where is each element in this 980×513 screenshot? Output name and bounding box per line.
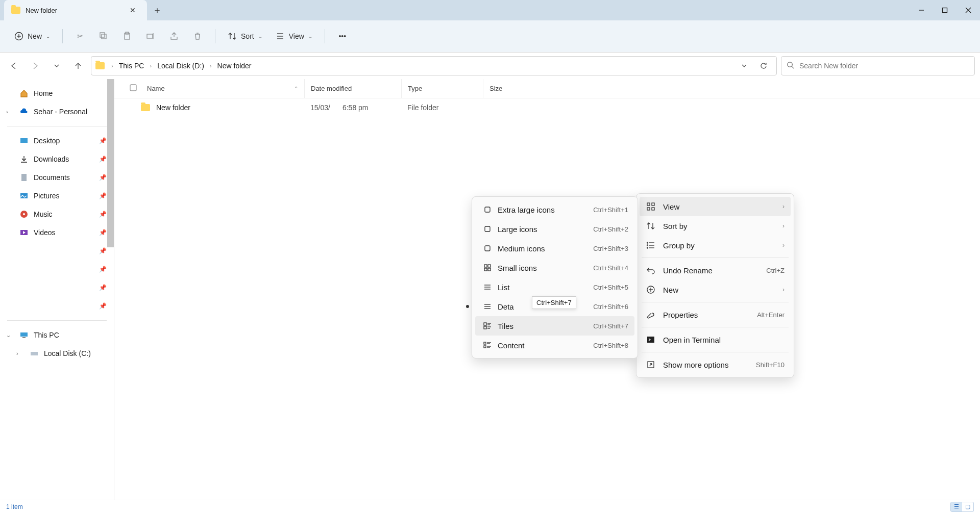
share-button[interactable] <box>164 27 184 45</box>
delete-button[interactable] <box>187 27 208 45</box>
sidebar-item-pinned[interactable]: 📌 <box>0 242 114 260</box>
sidebar-item-onedrive[interactable]: › Sehar - Personal <box>0 102 114 121</box>
column-size[interactable]: Size <box>483 79 534 98</box>
sidebar-label: Sehar - Personal <box>34 108 87 116</box>
address-bar[interactable]: › This PC › Local Disk (D:) › New folder <box>91 56 777 75</box>
recent-button[interactable] <box>48 57 65 74</box>
svg-rect-24 <box>20 332 28 337</box>
sidebar-item-downloads[interactable]: Downloads 📌 <box>0 150 114 168</box>
sidebar-label: Pictures <box>34 192 60 200</box>
rename-button[interactable] <box>140 27 161 45</box>
menu-item-terminal[interactable]: Open in Terminal <box>640 330 791 349</box>
menu-item-undo[interactable]: Undo Rename Ctrl+Z <box>640 261 791 280</box>
view-option-list[interactable]: List Ctrl+Shift+5 <box>475 277 634 297</box>
file-row[interactable]: New folder 15/03/6:58 pm File folder <box>114 98 980 117</box>
column-date[interactable]: Date modified <box>304 79 401 98</box>
clipboard-icon <box>122 32 132 41</box>
search-input[interactable] <box>799 62 969 70</box>
breadcrumb-item[interactable]: This PC <box>117 60 146 72</box>
menu-item-new[interactable]: New › <box>640 280 791 299</box>
sidebar-item-music[interactable]: Music 📌 <box>0 205 114 223</box>
svg-rect-45 <box>485 246 490 251</box>
menu-item-view[interactable]: View › <box>640 197 791 216</box>
shortcut: Shift+F10 <box>756 361 785 369</box>
content-pane[interactable]: Name⌃ Date modified Type Size New folder… <box>114 79 980 500</box>
sidebar-item-localdisk-c[interactable]: › Local Disk (C:) <box>0 344 114 363</box>
column-name[interactable]: Name⌃ <box>141 79 304 98</box>
svg-rect-27 <box>130 85 136 91</box>
grid4-icon <box>482 263 493 273</box>
view-option-sm[interactable]: Small icons Ctrl+Shift+4 <box>475 258 634 277</box>
menu-item-more[interactable]: Show more options Shift+F10 <box>640 355 791 374</box>
window-tab[interactable]: New folder ✕ <box>4 0 147 20</box>
maximize-button[interactable] <box>933 0 957 20</box>
paste-button[interactable] <box>117 27 137 45</box>
sidebar-item-documents[interactable]: Documents 📌 <box>0 168 114 187</box>
refresh-button[interactable] <box>755 57 772 74</box>
menu-item-sortby[interactable]: Sort by › <box>640 216 791 236</box>
view-option-lg[interactable]: Large icons Ctrl+Shift+2 <box>475 219 634 239</box>
new-button[interactable]: New ⌄ <box>9 27 55 45</box>
svg-rect-11 <box>147 34 153 38</box>
sidebar-item-thispc[interactable]: ⌄ This PC <box>0 326 114 344</box>
svg-rect-19 <box>21 174 27 181</box>
cut-button[interactable]: ✂ <box>70 27 90 45</box>
view-option-content[interactable]: Content Ctrl+Shift+8 <box>475 336 634 355</box>
view-button[interactable]: View ⌄ <box>271 27 317 45</box>
more-button[interactable]: ••• <box>332 27 353 45</box>
sort-button[interactable]: Sort ⌄ <box>223 27 267 45</box>
chevron-right-icon: › <box>208 63 213 69</box>
sort-label: Sort <box>241 32 254 40</box>
breadcrumb-item[interactable]: New folder <box>215 60 254 72</box>
column-type[interactable]: Type <box>401 79 483 98</box>
menu-label: List <box>498 283 586 292</box>
view-toggle: ☰ ▢ <box>950 502 974 512</box>
sidebar-item-videos[interactable]: Videos 📌 <box>0 223 114 242</box>
share-icon <box>169 32 179 41</box>
home-icon <box>19 89 29 98</box>
shortcut: Ctrl+Shift+4 <box>593 264 628 272</box>
pictures-icon <box>19 191 29 200</box>
drive-icon <box>30 349 39 358</box>
view-option-tiles[interactable]: Tiles Ctrl+Shift+7 <box>475 316 634 336</box>
shortcut: Ctrl+Shift+6 <box>593 303 628 311</box>
new-tab-button[interactable]: ＋ <box>147 0 167 20</box>
up-button[interactable] <box>69 57 87 74</box>
select-all-checkbox[interactable] <box>126 84 141 93</box>
minimize-button[interactable] <box>910 0 933 20</box>
sidebar-item-desktop[interactable]: Desktop 📌 <box>0 132 114 150</box>
close-window-button[interactable] <box>957 0 980 20</box>
sidebar-item-pinned[interactable]: 📌 <box>0 260 114 278</box>
titlebar: New folder ✕ ＋ <box>0 0 980 20</box>
grid-icon <box>646 201 656 212</box>
chevron-right-icon: › <box>782 222 785 229</box>
search-box[interactable] <box>781 56 975 75</box>
menu-item-groupby[interactable]: Group by › <box>640 236 791 255</box>
sidebar-item-home[interactable]: Home <box>0 84 114 102</box>
view-option-md[interactable]: Medium icons Ctrl+Shift+3 <box>475 239 634 258</box>
svg-rect-59 <box>484 326 486 329</box>
download-icon <box>19 155 29 164</box>
tab-close-button[interactable]: ✕ <box>126 3 140 17</box>
menu-label: Sort by <box>663 222 775 230</box>
sidebar-item-pictures[interactable]: Pictures 📌 <box>0 187 114 205</box>
breadcrumb-item[interactable]: Local Disk (D:) <box>155 60 206 72</box>
icons-view-toggle[interactable]: ▢ <box>962 502 973 511</box>
menu-item-props[interactable]: Properties Alt+Enter <box>640 305 791 324</box>
forward-button[interactable] <box>27 57 44 74</box>
copy-button[interactable] <box>93 27 114 45</box>
menu-label: Extra large icons <box>498 206 586 214</box>
svg-rect-46 <box>484 265 487 267</box>
context-menu: View › Sort by › Group by › Undo Rename … <box>636 193 794 378</box>
address-dropdown-button[interactable] <box>736 57 753 74</box>
pin-icon: 📌 <box>99 211 107 218</box>
svg-rect-30 <box>647 208 650 210</box>
back-button[interactable] <box>5 57 22 74</box>
menu-label: Undo Rename <box>663 266 759 275</box>
cloud-icon <box>19 107 29 116</box>
details-view-toggle[interactable]: ☰ <box>951 502 962 511</box>
sidebar-item-pinned[interactable]: 📌 <box>0 278 114 297</box>
view-option-xl[interactable]: Extra large icons Ctrl+Shift+1 <box>475 200 634 219</box>
sidebar-item-pinned[interactable]: 📌 <box>0 297 114 315</box>
pin-icon: 📌 <box>99 229 107 236</box>
